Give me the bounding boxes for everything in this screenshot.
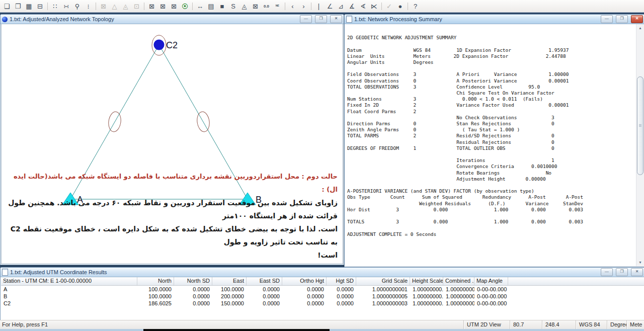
- topology-canvas[interactable]: ABC2 حالت دوم : محل استقراردوربین نقشه ب…: [1, 24, 343, 264]
- analysis-notes: حالت دوم : محل استقراردوربین نقشه برداری…: [6, 170, 338, 262]
- minimize-button[interactable]: —: [300, 15, 312, 23]
- angle-tool-icon[interactable]: ∠: [325, 1, 335, 11]
- close-button[interactable]: ✕: [330, 15, 342, 23]
- scrollbar-thumb[interactable]: [637, 76, 643, 175]
- table-header-row: Station - UTM CM: E 1-00-00.00000NorthNo…: [1, 277, 644, 286]
- table-row[interactable]: A100.00000.0000100.00000.00000.00000.000…: [1, 286, 644, 293]
- distance-tool-icon[interactable]: ↔: [195, 1, 205, 11]
- status-segment: 248.4: [542, 320, 576, 329]
- minimize-button[interactable]: —: [601, 15, 613, 23]
- plot-options-icon[interactable]: ⁝: [83, 1, 94, 11]
- named-station-icon[interactable]: ⊠: [157, 1, 168, 11]
- coords-table-pane: Station - UTM CM: E 1-00-00.00000NorthNo…: [1, 277, 644, 320]
- scroll-up-icon[interactable]: ▲: [636, 24, 644, 32]
- column-header[interactable]: East SD: [247, 277, 282, 285]
- notes-heading: حالت دوم : محل استقراردوربین نقشه برداری…: [6, 170, 338, 196]
- block-icon[interactable]: ■: [217, 1, 227, 11]
- measured-angle-icon[interactable]: ∡: [347, 1, 357, 11]
- save-icon[interactable]: ▦: [24, 1, 34, 11]
- status-segment: Mete: [626, 320, 644, 329]
- minimize-button[interactable]: —: [601, 268, 613, 276]
- zoom-in-icon[interactable]: ⚲: [72, 1, 83, 11]
- close-button[interactable]: ✕: [631, 268, 643, 276]
- previous-view-icon[interactable]: ‹: [287, 1, 298, 11]
- check-icon[interactable]: ✓: [384, 1, 394, 11]
- summary-report-pane[interactable]: 2D GEODETIC NETWORK ADJUSTMENT SUMMARY D…: [345, 24, 644, 266]
- column-header[interactable]: Height Scale: [410, 277, 443, 285]
- status-segment: UTM 2D View: [463, 320, 510, 329]
- column-header[interactable]: Combined ...: [443, 277, 474, 285]
- value-cell: 1.00000000...: [410, 293, 443, 300]
- table-row[interactable]: B100.00000.0000200.00000.00000.00000.000…: [1, 293, 644, 300]
- value-cell: 100.0000: [137, 286, 174, 293]
- triangle-network-icon[interactable]: △: [109, 1, 120, 11]
- open-file-icon[interactable]: ❐: [13, 1, 23, 11]
- column-header[interactable]: North: [137, 277, 174, 285]
- north-east-icon[interactable]: ᴺᴱ: [272, 1, 283, 11]
- status-segment: 80.7: [510, 320, 542, 329]
- column-header-filler: [508, 277, 644, 285]
- rerun-adjustment-icon[interactable]: S: [228, 1, 238, 11]
- maximize-button[interactable]: ❐: [315, 15, 327, 23]
- error-ellipse-icon[interactable]: ◬: [239, 1, 250, 11]
- fixed-station-icon[interactable]: ⊠: [146, 1, 157, 11]
- new-document-icon[interactable]: ❏: [2, 1, 12, 11]
- grid-toggle-icon[interactable]: ⊠: [250, 1, 261, 11]
- right-angle-tool-icon[interactable]: ⊿: [336, 1, 346, 11]
- traverse-lines-icon[interactable]: ⋉: [369, 1, 379, 11]
- traffic-light-icon[interactable]: ⦿: [180, 1, 190, 11]
- column-header[interactable]: Grid Scale: [356, 277, 410, 285]
- coords-titlebar[interactable]: 1.txt: Adjusted UTM Coordinate Results —…: [1, 268, 644, 277]
- toolbar-separator: [408, 3, 408, 10]
- value-cell: 1.0000000001: [356, 286, 410, 293]
- value-cell: 1.00000000...: [443, 286, 474, 293]
- value-cell: 1.00000000...: [410, 286, 443, 293]
- scroll-down-icon[interactable]: ▼: [636, 259, 644, 266]
- column-header[interactable]: East: [212, 277, 247, 285]
- value-cell: 0-00-00.000: [474, 293, 508, 300]
- document-icon: [346, 16, 352, 23]
- vertical-scrollbar[interactable]: ▲ ▼: [636, 24, 644, 266]
- notes-line: است!: [6, 249, 338, 262]
- table-body: A100.00000.0000100.00000.00000.00000.000…: [1, 286, 644, 307]
- column-header[interactable]: Hgt SD: [327, 277, 356, 285]
- coords-window: 1.txt: Adjusted UTM Coordinate Results —…: [0, 267, 644, 321]
- toolbar-separator: [96, 3, 96, 10]
- column-header[interactable]: North SD: [174, 277, 212, 285]
- line-tool-icon[interactable]: ❘: [313, 1, 324, 11]
- zoom-extents-icon[interactable]: ∷: [50, 1, 60, 11]
- column-header[interactable]: Station - UTM CM: E 1-00-00.00000: [1, 277, 137, 285]
- close-button[interactable]: ✕: [631, 15, 643, 23]
- maximize-button[interactable]: ❐: [616, 15, 628, 23]
- station-marker-icon[interactable]: ⊠: [98, 1, 109, 11]
- value-cell: 0.0000: [327, 293, 356, 300]
- column-header[interactable]: Map Angle: [474, 277, 508, 285]
- zoom-previous-icon[interactable]: ∺: [61, 1, 71, 11]
- listing-icon[interactable]: ▤: [206, 1, 216, 11]
- help-cursor-icon[interactable]: ?: [410, 1, 421, 11]
- toolbar-separator: [381, 3, 382, 10]
- maximize-button[interactable]: ❐: [616, 268, 628, 276]
- topology-titlebar[interactable]: 1.txt: Adjusted/Analyzed Network Topolog…: [1, 15, 344, 24]
- spherical-angle-icon[interactable]: ∢: [358, 1, 368, 11]
- toolbar-separator: [192, 3, 193, 10]
- adjustment-report: 2D GEODETIC NETWORK ADJUSTMENT SUMMARY D…: [345, 24, 644, 237]
- status-segment: Degrees: [607, 320, 626, 329]
- value-cell: 0.0000: [174, 286, 212, 293]
- value-cell: 0.0000: [174, 293, 212, 300]
- next-view-icon[interactable]: ›: [298, 1, 309, 11]
- free-station-icon[interactable]: ⊠: [169, 1, 179, 11]
- table-row[interactable]: C2186.60250.0000150.00000.00000.00000.00…: [1, 300, 644, 307]
- small-station-icon[interactable]: ⊡: [131, 1, 142, 11]
- ink-blob-icon[interactable]: ●: [395, 1, 406, 11]
- decimal-display-icon[interactable]: 0.0: [261, 1, 272, 11]
- adjusted-station-marker[interactable]: [154, 40, 165, 50]
- toolbar-separator: [47, 3, 48, 10]
- station-cell: B: [1, 293, 137, 300]
- sideshot-icon[interactable]: ◬: [120, 1, 131, 11]
- summary-titlebar[interactable]: 1.txt: Network Processing Summary — ❐ ✕: [345, 15, 644, 24]
- summary-window: 1.txt: Network Processing Summary — ❐ ✕ …: [344, 14, 644, 267]
- value-cell: 1.00000000...: [410, 300, 443, 307]
- print-icon[interactable]: ⊟: [35, 1, 45, 11]
- column-header[interactable]: Ortho Hgt: [282, 277, 327, 285]
